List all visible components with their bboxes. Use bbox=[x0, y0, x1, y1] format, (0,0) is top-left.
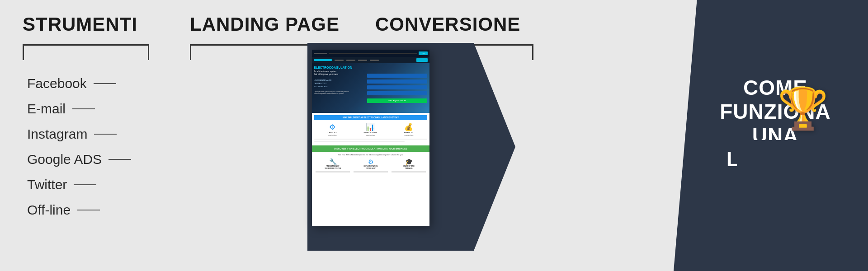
google-ads-label: Google ADS bbox=[27, 152, 102, 167]
tool-item-email: E-mail bbox=[27, 101, 167, 117]
facebook-label: Facebook bbox=[27, 76, 87, 91]
tool-item-twitter: Twitter bbox=[27, 177, 167, 192]
email-line bbox=[72, 108, 95, 110]
strumenti-bracket bbox=[23, 44, 149, 60]
tool-item-google-ads: Google ADS bbox=[27, 152, 167, 167]
trophy-icon: 🏆 bbox=[778, 88, 828, 129]
tools-list: Facebook E-mail Instagram Google ADS Twi… bbox=[23, 76, 167, 218]
facebook-line bbox=[94, 83, 116, 84]
offline-line bbox=[77, 210, 100, 211]
twitter-label: Twitter bbox=[27, 177, 67, 192]
tool-item-offline: Off-line bbox=[27, 202, 167, 218]
landing-screenshot: GO ELECTROCOAGULATION An efficient water… bbox=[312, 50, 429, 226]
conversion-box bbox=[737, 140, 868, 212]
strumenti-region: STRUMENTI Facebook E-mail Instagram Goog… bbox=[0, 0, 176, 271]
instagram-line bbox=[94, 134, 117, 135]
google-ads-line bbox=[108, 159, 131, 160]
conversione-title: CONVERSIONE bbox=[375, 14, 692, 35]
instagram-label: Instagram bbox=[27, 126, 87, 142]
email-label: E-mail bbox=[27, 101, 66, 117]
tool-item-instagram: Instagram bbox=[27, 126, 167, 142]
tool-item-facebook: Facebook bbox=[27, 76, 167, 91]
twitter-line bbox=[74, 184, 96, 186]
strumenti-title: STRUMENTI bbox=[23, 14, 167, 35]
offline-label: Off-line bbox=[27, 202, 71, 218]
come-funziona-region: COME FUNZIONA UNA LANDING PAGE bbox=[674, 0, 868, 271]
